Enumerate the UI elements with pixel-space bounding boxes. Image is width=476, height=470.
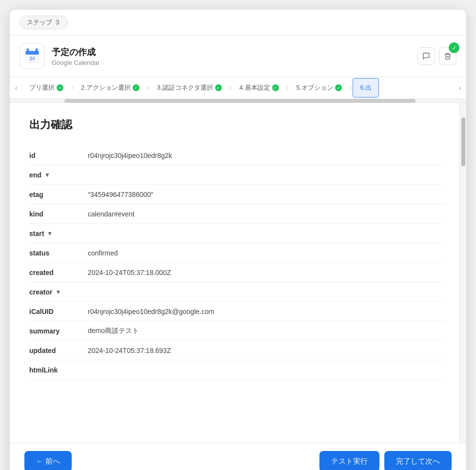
- expand-arrow-creator[interactable]: ▼: [55, 289, 61, 295]
- breadcrumb-check-3: ✓: [215, 84, 222, 91]
- table-row: htmlLink: [29, 360, 445, 380]
- data-key-id: id: [29, 152, 88, 159]
- breadcrumb-label-4: 4.基本設定: [239, 83, 270, 92]
- google-calendar-logo: 24: [23, 47, 41, 65]
- breadcrumb-item-3[interactable]: 3.認証コネクタ選択 ✓: [150, 78, 229, 97]
- chevron-2: ›: [146, 84, 150, 91]
- main-inner: 出力確認 idr04njrojc30j4ipeo10edr8g2kend▼eta…: [10, 103, 466, 443]
- breadcrumb-label-3: 3.認証コネクタ選択: [157, 83, 213, 92]
- breadcrumb-label-5: 5.オプション: [297, 83, 334, 92]
- footer-right-actions: テスト実行 完了して次へ: [319, 451, 452, 470]
- comment-icon: [422, 52, 430, 60]
- app-title: 予定の作成: [52, 46, 417, 58]
- app-subtitle: Google Calendar: [52, 59, 417, 66]
- footer: ← 前へ テスト実行 完了して次へ: [10, 443, 466, 470]
- data-key-end: end▼: [29, 171, 88, 179]
- data-value-status: confirmed: [88, 249, 445, 257]
- data-value-kind: calendar#event: [88, 210, 445, 218]
- data-key-kind: kind: [29, 210, 88, 218]
- vertical-scrollbar[interactable]: [459, 103, 466, 443]
- data-key-summary: summary: [29, 327, 88, 335]
- breadcrumb-item-2[interactable]: 2.アクション選択 ✓: [74, 78, 146, 97]
- step-indicator: ステップ ３: [10, 10, 466, 36]
- data-table: idr04njrojc30j4ipeo10edr8g2kend▼etag"345…: [29, 146, 445, 380]
- app-header: 24 予定の作成 Google Calendar: [10, 36, 466, 77]
- table-row: kindcalendar#event: [29, 204, 445, 224]
- app-title-block: 予定の作成 Google Calendar: [52, 46, 417, 66]
- step-badge: ステップ ３: [20, 16, 68, 29]
- table-row: summarydemo商談テスト: [29, 321, 445, 341]
- comment-button[interactable]: [417, 47, 435, 65]
- status-completed-badge: ✓: [449, 42, 459, 53]
- section-title: 出力確認: [29, 118, 445, 132]
- trash-icon: [444, 52, 452, 60]
- nav-prev-button[interactable]: ‹: [10, 77, 22, 98]
- data-value-summary: demo商談テスト: [88, 327, 445, 335]
- scroll-thumb: [64, 99, 416, 103]
- content-wrapper: 出力確認 idr04njrojc30j4ipeo10edr8g2kend▼eta…: [10, 103, 466, 443]
- data-value-id: r04njrojc30j4ipeo10edr8g2k: [88, 152, 445, 159]
- chevron-5: ›: [349, 84, 353, 91]
- svg-rect-5: [26, 51, 39, 55]
- breadcrumb-item-6[interactable]: 6.出: [353, 78, 379, 98]
- data-value-updated: 2024-10-24T05:37:18.693Z: [88, 347, 445, 354]
- table-row: end▼: [29, 165, 445, 185]
- back-button[interactable]: ← 前へ: [24, 451, 72, 470]
- data-value-etag: "3459496477386000": [88, 191, 445, 198]
- data-key-start: start▼: [29, 230, 88, 237]
- breadcrumb-check-5: ✓: [335, 84, 342, 91]
- table-row: iCalUIDr04njrojc30j4ipeo10edr8g2k@google…: [29, 302, 445, 321]
- table-row: updated2024-10-24T05:37:18.693Z: [29, 341, 445, 360]
- test-run-button[interactable]: テスト実行: [319, 451, 379, 470]
- scrollbar-thumb-vertical: [461, 118, 465, 166]
- chevron-3: ›: [229, 84, 233, 91]
- table-row: start▼: [29, 224, 445, 243]
- expand-arrow-start[interactable]: ▼: [47, 230, 53, 237]
- chevron-1: ›: [70, 84, 74, 91]
- breadcrumb-item-5[interactable]: 5.オプション ✓: [290, 78, 349, 97]
- breadcrumb-item-1[interactable]: プリ選択 ✓: [22, 78, 70, 97]
- expand-arrow-end[interactable]: ▼: [44, 172, 50, 178]
- breadcrumb-items: プリ選択 ✓ › 2.アクション選択 ✓ › 3.認証コネクタ選択 ✓ › 4.…: [22, 78, 454, 98]
- complete-next-button[interactable]: 完了して次へ: [384, 451, 452, 470]
- data-key-creator: creator▼: [29, 288, 88, 296]
- main-window: ステップ ３ 24 予定の: [10, 10, 466, 470]
- data-value-created: 2024-10-24T05:37:18.000Z: [88, 269, 445, 276]
- breadcrumb-item-4[interactable]: 4.基本設定 ✓: [233, 78, 286, 97]
- table-row: statusconfirmed: [29, 243, 445, 263]
- nav-next-button[interactable]: ›: [454, 77, 466, 98]
- data-key-status: status: [29, 249, 88, 257]
- data-key-created: created: [29, 269, 88, 276]
- breadcrumb-check-4: ✓: [272, 84, 279, 91]
- chevron-4: ›: [286, 84, 290, 91]
- breadcrumb-label-6: 6.出: [360, 83, 372, 92]
- data-key-htmlLink: htmlLink: [29, 366, 88, 374]
- data-key-iCalUID: iCalUID: [29, 308, 88, 315]
- breadcrumb-check-1: ✓: [57, 84, 63, 91]
- data-key-updated: updated: [29, 347, 88, 354]
- table-row: etag"3459496477386000": [29, 185, 445, 204]
- breadcrumb-label-1: プリ選択: [29, 83, 55, 92]
- table-row: created2024-10-24T05:37:18.000Z: [29, 263, 445, 282]
- breadcrumb-check-2: ✓: [133, 84, 139, 91]
- app-icon: 24: [20, 43, 45, 69]
- main-content: 出力確認 idr04njrojc30j4ipeo10edr8g2kend▼eta…: [10, 103, 459, 443]
- scroll-indicator: [10, 99, 466, 103]
- table-row: idr04njrojc30j4ipeo10edr8g2k: [29, 146, 445, 165]
- breadcrumb-label-2: 2.アクション選択: [81, 83, 131, 92]
- breadcrumb-nav: ‹ プリ選択 ✓ › 2.アクション選択 ✓ › 3.認証コネクタ選択 ✓ › …: [10, 77, 466, 99]
- data-key-etag: etag: [29, 191, 88, 198]
- table-row: creator▼: [29, 282, 445, 302]
- data-value-iCalUID: r04njrojc30j4ipeo10edr8g2k@google.com: [88, 308, 445, 315]
